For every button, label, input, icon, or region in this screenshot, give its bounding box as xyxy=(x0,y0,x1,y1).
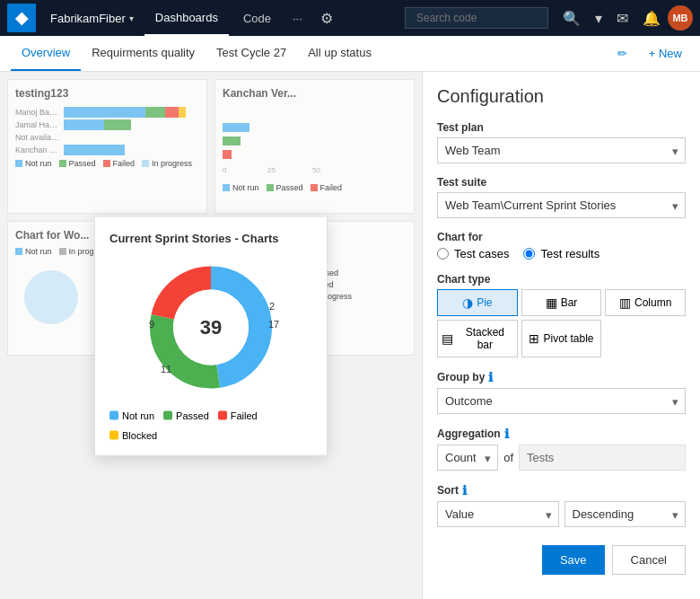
sub-tab-bar: Overview Requirments quality Test Cycle … xyxy=(0,36,700,72)
group-by-info-icon[interactable]: ℹ xyxy=(488,370,493,384)
bar-chart-1: Manoj Bable... Jamal Hartn... xyxy=(15,107,199,155)
blocked-color xyxy=(109,430,118,439)
configuration-panel: Configuration Test plan Web Team Test su… xyxy=(422,72,700,599)
test-plan-group: Test plan Web Team xyxy=(437,121,686,163)
group-by-label: Group by ℹ xyxy=(437,370,686,384)
top-navigation: ◆ FabrikamFiber ▾ Dashboards Code ··· ⚙ … xyxy=(0,0,700,36)
main-layout: testing123 Manoj Bable... Jamal Hartn... xyxy=(0,72,700,599)
chart-card-title-2: Kanchan Ver... xyxy=(223,87,407,100)
sort-direction-select-wrapper[interactable]: Descending Ascending xyxy=(564,501,687,527)
card1-legend: Not run Passed Failed In progress xyxy=(15,159,199,168)
legend-item-failed: Failed xyxy=(218,410,258,420)
sub-tab-actions: ✏ + New xyxy=(610,36,689,71)
legend-item-not-run: Not run xyxy=(109,410,154,420)
test-plan-select-wrapper[interactable]: Web Team xyxy=(437,137,686,163)
chart-type-label: Chart type xyxy=(437,273,686,286)
failed-color xyxy=(218,410,227,419)
chart-card-kanchan: Kanchan Ver... 0 25 50 Not run Passed Fa… xyxy=(214,79,415,214)
bar-chart-svg: 0 25 50 xyxy=(223,105,366,177)
svg-text:9: 9 xyxy=(149,318,154,329)
count-select[interactable]: Count xyxy=(437,445,498,471)
group-by-select[interactable]: Outcome xyxy=(437,388,686,414)
tests-input xyxy=(519,445,686,471)
chart-type-pivot-table[interactable]: ⊞ Pivot table xyxy=(521,320,602,357)
bar-icon: ▦ xyxy=(546,295,557,310)
svg-text:11: 11 xyxy=(161,363,171,374)
nav-icon-group: 🔍 ▾ ✉ 🔔 xyxy=(559,6,664,31)
card2-legend: Not run Passed Failed xyxy=(223,183,407,192)
chevron-down-icon[interactable]: ▾ xyxy=(591,6,606,31)
chart-type-column[interactable]: ▥ Column xyxy=(605,289,686,316)
donut-center-value: 39 xyxy=(200,315,222,339)
aggregation-row: Count of xyxy=(437,445,686,471)
svg-text:50: 50 xyxy=(312,166,320,174)
chart-type-pie[interactable]: ◑ Pie xyxy=(437,289,518,316)
svg-point-6 xyxy=(24,270,78,324)
sort-value-select[interactable]: Value Label xyxy=(437,501,559,527)
save-button[interactable]: Save xyxy=(542,545,605,575)
tab-overview[interactable]: Overview xyxy=(11,36,81,71)
edit-button[interactable]: ✏ xyxy=(610,43,634,64)
svg-text:17: 17 xyxy=(268,318,279,329)
tab-all-status[interactable]: All up status xyxy=(297,36,382,71)
brand-name[interactable]: FabrikamFiber ▾ xyxy=(43,12,141,25)
bell-icon[interactable]: 🔔 xyxy=(639,6,664,31)
chart-type-bar[interactable]: ▦ Bar xyxy=(521,289,602,316)
bar-row: Kanchan Ver... xyxy=(15,145,199,155)
config-title: Configuration xyxy=(437,86,686,107)
aggregation-info-icon[interactable]: ℹ xyxy=(504,427,509,441)
donut-chart-container: 2 17 11 9 39 xyxy=(109,255,312,399)
radio-test-cases[interactable]: Test cases xyxy=(437,247,509,260)
legend-item-passed: Passed xyxy=(163,410,209,420)
chart-type-grid: ◑ Pie ▦ Bar ▥ Column ▤ Stacked bar ⊞ P xyxy=(437,289,686,357)
test-plan-select[interactable]: Web Team xyxy=(437,137,686,163)
popup-chart-title: Current Sprint Stories - Charts xyxy=(109,231,312,244)
search-icon[interactable]: 🔍 xyxy=(559,6,584,31)
svg-rect-5 xyxy=(223,150,232,159)
stacked-bar-icon: ▤ xyxy=(442,331,453,346)
bar-row: Not availabl... xyxy=(15,132,199,143)
not-run-color xyxy=(109,410,118,419)
bar-row: Manoj Bable... xyxy=(15,107,199,118)
popup-chart-legend: Not run Passed Failed Blocked xyxy=(109,410,312,440)
small-pie-chart xyxy=(15,261,87,333)
new-button[interactable]: + New xyxy=(642,43,689,64)
nav-tab-dashboards[interactable]: Dashboards xyxy=(144,0,229,36)
sort-info-icon[interactable]: ℹ xyxy=(462,483,467,498)
sort-value-select-wrapper[interactable]: Value Label xyxy=(437,501,559,527)
sort-direction-select[interactable]: Descending Ascending xyxy=(564,501,687,527)
tab-requirements-quality[interactable]: Requirments quality xyxy=(81,36,206,71)
test-suite-select[interactable]: Web Team\Current Sprint Stories xyxy=(437,192,686,218)
svg-text:0: 0 xyxy=(223,166,227,174)
app-logo[interactable]: ◆ xyxy=(7,4,36,32)
svg-text:2: 2 xyxy=(269,300,275,311)
mail-icon[interactable]: ✉ xyxy=(613,6,632,31)
legend-item-blocked: Blocked xyxy=(109,429,157,440)
bar-row: Jamal Hartn... xyxy=(15,119,199,130)
group-by-group: Group by ℹ Outcome xyxy=(437,370,686,414)
sort-row: Value Label Descending Ascending xyxy=(437,501,686,527)
pivot-icon: ⊞ xyxy=(529,331,539,346)
nav-more-button[interactable]: ··· xyxy=(285,12,310,25)
user-avatar[interactable]: MB xyxy=(668,5,693,31)
chart-for-radio-group: Test cases Test results xyxy=(437,247,686,260)
chart-type-stacked-bar[interactable]: ▤ Stacked bar xyxy=(437,320,518,357)
search-input[interactable] xyxy=(405,7,548,29)
test-suite-group: Test suite Web Team\Current Sprint Stori… xyxy=(437,176,686,218)
svg-rect-3 xyxy=(223,123,249,132)
chart-card-testing123: testing123 Manoj Bable... Jamal Hartn... xyxy=(7,79,207,214)
nav-settings-icon[interactable]: ⚙ xyxy=(313,6,340,31)
count-select-wrapper[interactable]: Count xyxy=(437,445,498,471)
group-by-select-wrapper[interactable]: Outcome xyxy=(437,388,686,414)
test-suite-label: Test suite xyxy=(437,176,686,189)
aggregation-label: Aggregation ℹ xyxy=(437,427,686,441)
chart-for-label: Chart for xyxy=(437,231,686,243)
cancel-button[interactable]: Cancel xyxy=(612,545,686,575)
test-suite-select-wrapper[interactable]: Web Team\Current Sprint Stories xyxy=(437,192,686,218)
chart-type-group: Chart type ◑ Pie ▦ Bar ▥ Column ▤ Stacke… xyxy=(437,273,686,357)
tab-test-cycle[interactable]: Test Cycle 27 xyxy=(206,36,297,71)
sort-group: Sort ℹ Value Label Descending Ascending xyxy=(437,483,686,527)
pie-icon: ◑ xyxy=(462,295,473,310)
nav-tab-code[interactable]: Code xyxy=(232,0,282,36)
radio-test-results[interactable]: Test results xyxy=(523,247,599,260)
